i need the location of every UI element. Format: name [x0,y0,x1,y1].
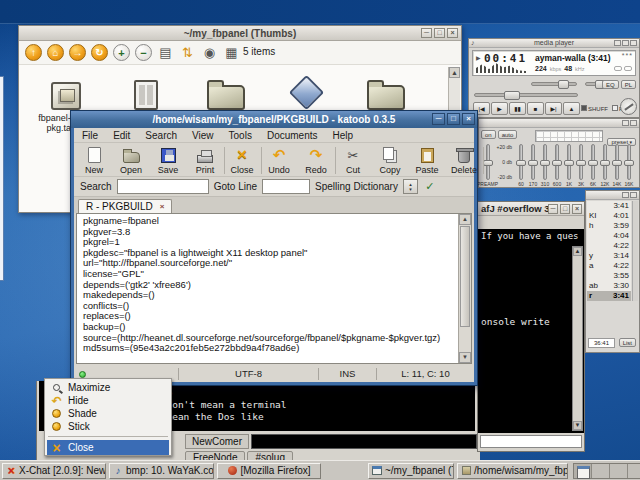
chat-input[interactable] [251,434,477,449]
spellcheck-icon[interactable] [423,180,437,194]
taskbar-item[interactable]: bmp: 10. WaYaK.com Kra [109,463,214,479]
band-slider[interactable] [567,144,571,180]
playlist-row[interactable]: 3:41 [587,201,631,211]
player-button[interactable]: ▮▮ [509,102,526,115]
taskbar-item[interactable]: /home/wisam/my_fbpane [457,463,568,479]
toolbar-button[interactable]: Cut [339,146,367,175]
list-button[interactable]: List [619,338,636,347]
volume-slider[interactable] [531,82,577,86]
seek-slider[interactable] [474,93,578,97]
eq-on-button[interactable]: on [481,130,496,139]
playlist-row[interactable]: 4:04 [587,231,631,241]
toolbar-button[interactable]: + [113,44,130,61]
toolbar-button[interactable]: Save [154,146,182,175]
equalizer-titlebar[interactable] [479,119,639,128]
toolbar-button[interactable]: ◉ [201,44,218,61]
menu-item[interactable]: Tools [229,130,252,141]
pager-cell[interactable] [592,464,610,478]
preamp-slider[interactable] [486,144,490,180]
band-slider[interactable] [627,144,631,180]
band-handle[interactable] [576,160,586,166]
taskbar-item[interactable]: [Mozilla Firefox] [217,463,321,479]
playlist-row[interactable]: a 4:22 [587,261,631,271]
menu-item-close[interactable]: Close [47,440,169,455]
taskbar-item[interactable]: ~/my_fbpanel (Thumbs) [368,463,454,479]
player-button[interactable]: ■ [527,102,544,115]
band-handle[interactable] [588,160,598,166]
document-tab[interactable]: R - PKGBUILD × [78,199,172,213]
toolbar-button[interactable]: Redo [302,146,330,175]
minimize-icon[interactable] [614,40,621,46]
menu-item[interactable]: Help [332,130,353,141]
close-icon[interactable] [630,192,637,198]
irc-input[interactable] [480,435,582,448]
band-handle[interactable] [540,160,550,166]
playlist-row[interactable]: h 3:59 [587,221,631,231]
shuffle-checkbox-icon[interactable] [581,105,587,111]
pager-cell[interactable] [628,464,640,478]
minimize-icon[interactable]: ─ [548,204,558,214]
band-handle[interactable] [624,160,634,166]
toolbar-button[interactable]: → [69,44,86,61]
menu-item[interactable]: Documents [267,130,318,141]
playlist-row[interactable]: 4:22 [587,241,631,251]
pager-cell[interactable] [610,464,628,478]
scrollbar[interactable]: ▲ ▼ [572,246,583,431]
menu-item[interactable]: File [82,130,98,141]
toolbar-button[interactable]: ↻ [91,44,108,61]
band-handle[interactable] [564,160,574,166]
player-titlebar[interactable]: ♪ media player [469,39,639,48]
toolbar-button[interactable]: Print [191,146,219,175]
scroll-up-icon[interactable]: ▲ [459,214,471,225]
scroll-thumb[interactable] [460,226,470,327]
playlist-titlebar[interactable] [586,191,639,200]
tab-close-icon[interactable]: × [160,202,165,211]
toolbar-button[interactable]: Open [117,146,145,175]
band-slider[interactable] [579,144,583,180]
menu-item[interactable]: Stick [47,420,169,433]
minimize-icon[interactable]: ─ [432,113,445,125]
player-button[interactable]: ▲ [563,102,580,115]
band-slider[interactable] [519,144,523,180]
maximize-icon[interactable]: □ [447,113,460,125]
shade-icon[interactable] [622,192,629,198]
band-slider[interactable] [603,144,607,180]
close-icon[interactable] [630,40,637,46]
menu-item[interactable]: Maximize [47,381,169,394]
menu-item[interactable]: Edit [113,130,130,141]
band-slider[interactable] [615,144,619,180]
band-slider[interactable] [543,144,547,180]
toolbar-button[interactable]: Close [228,146,256,175]
text-area[interactable]: pkgname=fbpanelpkgver=3.8pkgrel=1pkgdesc… [76,213,472,364]
toolbar-button[interactable]: ▦ [223,44,240,61]
band-slider[interactable] [591,144,595,180]
toolbar-button[interactable]: Copy [376,146,404,175]
seek-handle[interactable] [504,91,520,100]
close-icon[interactable]: × [447,28,458,38]
pl-button[interactable]: PL [621,80,636,89]
band-handle[interactable] [600,160,610,166]
toolbar-button[interactable]: − [135,44,152,61]
search-input[interactable] [117,179,209,194]
playlist-row[interactable]: 3:55 [587,271,631,281]
playlist-row[interactable]: ab 3:30 [587,281,631,291]
toolbar-button[interactable]: ⇅ [179,44,196,61]
maximize-icon[interactable]: □ [560,204,570,214]
eq-auto-button[interactable]: auto [498,130,518,139]
close-icon[interactable] [630,120,637,126]
preamp-handle[interactable] [483,160,493,166]
toolbar-button[interactable]: Paste [413,146,441,175]
minimize-icon[interactable]: ─ [421,28,432,38]
player-button[interactable]: ▶| [545,102,562,115]
player-logo-button[interactable] [620,98,637,115]
scroll-down-icon[interactable]: ▼ [459,352,471,363]
scroll-up-icon[interactable]: ▲ [573,247,582,256]
band-handle[interactable] [516,160,526,166]
toolbar-button[interactable]: ↑ [25,44,42,61]
band-slider[interactable] [531,144,535,180]
player-button[interactable]: ▶ [491,102,508,115]
scroll-down-icon[interactable]: ▼ [573,421,582,430]
irc-titlebar[interactable]: afJ #overflow 30 ─ □ × [478,202,584,216]
shuffle-toggle[interactable]: SHUFF [581,105,608,112]
playlist-row[interactable]: r 3:41 [587,291,631,301]
